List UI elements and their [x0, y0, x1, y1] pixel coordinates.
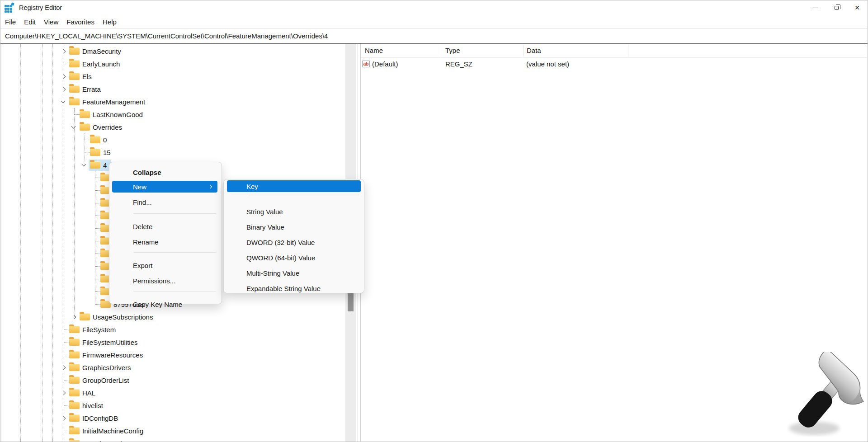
- menu-view[interactable]: View: [44, 18, 58, 26]
- restore-button[interactable]: [826, 0, 847, 15]
- tree-item-label[interactable]: GraphicsDrivers: [82, 364, 131, 371]
- submenu-item-expandable-string-value[interactable]: Expandable String Value: [224, 281, 364, 296]
- tree-item-label[interactable]: InitialMachineConfig: [82, 427, 143, 435]
- submenu-item-multi-string-value[interactable]: Multi-String Value: [224, 265, 364, 281]
- context-menu-item-rename[interactable]: Rename: [109, 234, 222, 249]
- tree-item-15[interactable]: 15: [1, 146, 345, 159]
- tree-item-dmasecurity[interactable]: DmaSecurity: [1, 45, 345, 57]
- menu-file[interactable]: File: [5, 18, 16, 26]
- chevron-right-icon[interactable]: [61, 70, 69, 83]
- column-header-type[interactable]: Type: [445, 47, 460, 54]
- tree-selection-highlight[interactable]: 4: [89, 160, 111, 171]
- chevron-right-icon[interactable]: [61, 45, 69, 57]
- context-menu-item-delete[interactable]: Delete: [109, 219, 222, 234]
- list-header: Name Type Data: [361, 44, 867, 58]
- tree-item-label[interactable]: 4: [103, 161, 107, 169]
- menu-edit[interactable]: Edit: [24, 18, 36, 26]
- tree-item-firmwareresources[interactable]: FirmwareResources: [1, 348, 345, 361]
- context-menu-item-copy-key-name[interactable]: Copy Key Name: [109, 296, 222, 312]
- menu-favorites[interactable]: Favorites: [66, 18, 94, 26]
- tree-item-errata[interactable]: Errata: [1, 83, 345, 95]
- context-menu-item-permissions[interactable]: Permissions...: [109, 273, 222, 288]
- tree-item-label[interactable]: IDConfigDB: [82, 414, 118, 422]
- tree-item-label[interactable]: UsageSubscriptions: [93, 313, 153, 321]
- registry-editor-app-icon: [5, 3, 14, 13]
- menu-bar: File Edit View Favorites Help: [0, 15, 868, 28]
- tree-item-grouporderlist[interactable]: GroupOrderList: [1, 374, 345, 386]
- tree-item-els[interactable]: Els: [1, 70, 345, 83]
- tree-item-label[interactable]: FileSystem: [82, 326, 116, 334]
- tree-item-featuremanagement[interactable]: FeatureManagement: [1, 95, 345, 108]
- tree-item-label[interactable]: GroupOrderList: [82, 376, 129, 384]
- tree-item-label[interactable]: DmaSecurity: [82, 47, 121, 55]
- folder-icon: [69, 402, 80, 409]
- context-menu-item-export[interactable]: Export: [109, 258, 222, 273]
- tree-connector: [61, 323, 69, 336]
- submenu-item-binary-value[interactable]: Binary Value: [224, 219, 364, 235]
- tree-item-label[interactable]: FeatureManagement: [82, 98, 145, 106]
- tree-item-label[interactable]: Errata: [82, 85, 101, 93]
- tree-item-0[interactable]: 0: [1, 133, 345, 146]
- tree-item-integrityservices[interactable]: IntegrityServices: [1, 437, 345, 442]
- address-bar-input[interactable]: Computer\HKEY_LOCAL_MACHINE\SYSTEM\Curre…: [5, 32, 328, 40]
- tree-item-overrides[interactable]: Overrides: [1, 121, 345, 133]
- submenu-item-key[interactable]: Key: [227, 180, 361, 192]
- chevron-right-icon[interactable]: [61, 361, 69, 374]
- column-divider[interactable]: [628, 45, 628, 56]
- tree-item-label[interactable]: Overrides: [93, 123, 122, 131]
- tree-item-label[interactable]: FirmwareResources: [82, 351, 143, 359]
- context-menu-item-new[interactable]: New: [109, 180, 222, 193]
- tree-item-label[interactable]: EarlyLaunch: [82, 60, 120, 68]
- tree-item-earlylaunch[interactable]: EarlyLaunch: [1, 57, 345, 70]
- submenu-arrow-icon: [208, 185, 212, 188]
- tree-item-label[interactable]: 0: [103, 136, 107, 144]
- tree-item-initialmachineconfig[interactable]: InitialMachineConfig: [1, 424, 345, 437]
- context-menu-item-find[interactable]: Find...: [109, 193, 222, 211]
- value-row-default[interactable]: ab (Default) REG_SZ (value not set): [361, 58, 867, 71]
- tree-item-label[interactable]: IntegrityServices: [82, 440, 132, 442]
- submenu-item-string-value[interactable]: String Value: [224, 204, 364, 219]
- tree-item-label[interactable]: LastKnownGood: [93, 111, 143, 118]
- tree-item-label[interactable]: HAL: [82, 389, 95, 397]
- chevron-right-icon[interactable]: [71, 310, 80, 323]
- address-bar: Computer\HKEY_LOCAL_MACHINE\SYSTEM\Curre…: [0, 28, 868, 44]
- highlighted-menu-item[interactable]: New: [112, 181, 217, 193]
- folder-icon: [69, 389, 80, 396]
- tree-connector: [61, 437, 69, 442]
- tree-item-graphicsdrivers[interactable]: GraphicsDrivers: [1, 361, 345, 374]
- chevron-right-icon[interactable]: [61, 83, 69, 95]
- tree-item-label[interactable]: Els: [82, 73, 92, 80]
- tree-item-label[interactable]: hivelist: [82, 402, 103, 409]
- value-name[interactable]: (Default): [372, 60, 398, 68]
- chevron-down-icon[interactable]: [61, 95, 69, 108]
- tree-item-hivelist[interactable]: hivelist: [1, 399, 345, 412]
- tree-connector: [92, 235, 100, 247]
- chevron-right-icon[interactable]: [61, 412, 69, 424]
- tree-item-filesystemutilities[interactable]: FileSystemUtilities: [1, 336, 345, 348]
- tree-connector: [92, 247, 100, 260]
- tree-connector: [92, 285, 100, 298]
- close-button[interactable]: ✕: [847, 0, 868, 15]
- tree-item-label[interactable]: FileSystemUtilities: [82, 339, 138, 346]
- chevron-right-icon[interactable]: [61, 386, 69, 399]
- tree-item-usagesubscriptions[interactable]: UsageSubscriptions: [1, 310, 345, 323]
- menu-help[interactable]: Help: [103, 18, 117, 26]
- column-header-name[interactable]: Name: [365, 47, 383, 54]
- menu-item-label: New: [133, 183, 146, 191]
- submenu-item-qword-value[interactable]: QWORD (64-bit) Value: [224, 250, 364, 265]
- folder-icon: [69, 339, 80, 346]
- tree-item-filesystem[interactable]: FileSystem: [1, 323, 345, 336]
- tree-item-lastknowngood[interactable]: LastKnownGood: [1, 108, 345, 121]
- column-divider[interactable]: [441, 45, 441, 56]
- tree-connector: [92, 260, 100, 273]
- column-header-data[interactable]: Data: [527, 47, 541, 54]
- column-divider[interactable]: [524, 45, 524, 56]
- submenu-item-dword-value[interactable]: DWORD (32-bit) Value: [224, 235, 364, 250]
- tree-item-idconfigdb[interactable]: IDConfigDB: [1, 412, 345, 424]
- context-menu-item-collapse[interactable]: Collapse: [109, 165, 222, 180]
- tree-item-hal[interactable]: HAL: [1, 386, 345, 399]
- folder-icon: [69, 326, 80, 333]
- tree-item-label[interactable]: 15: [103, 149, 111, 156]
- minimize-button[interactable]: [805, 0, 826, 15]
- chevron-down-icon[interactable]: [71, 121, 80, 133]
